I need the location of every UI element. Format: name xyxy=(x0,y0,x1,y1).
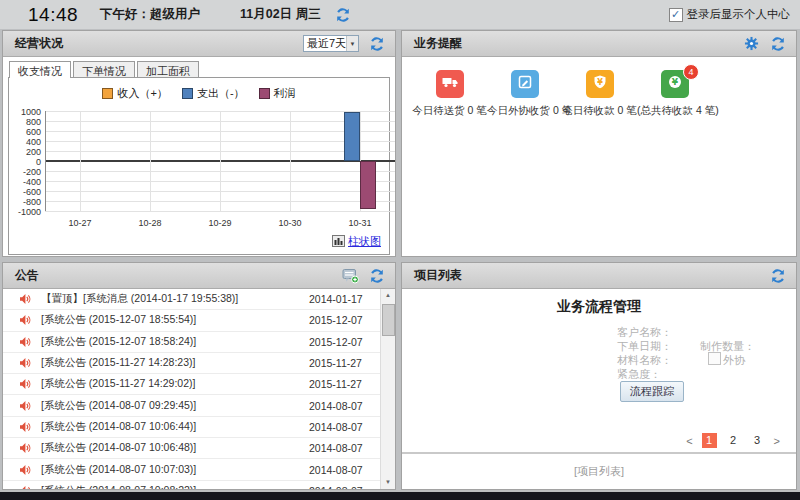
gridline xyxy=(150,111,151,211)
speaker-icon xyxy=(19,378,31,390)
announcement-row[interactable]: 【置顶】[系统消息 (2014-01-17 19:55:38)]2014-01-… xyxy=(3,289,381,310)
scrollbar-thumb[interactable] xyxy=(382,304,395,336)
page-button[interactable]: 3 xyxy=(750,433,765,448)
chart-bar xyxy=(360,161,376,209)
announcement-row[interactable]: [系统公告 (2014-08-07 10:07:03)]2014-08-07 xyxy=(3,459,381,480)
announcement-text: [系统公告 (2015-11-27 14:28:23)] xyxy=(41,356,309,370)
announcement-row[interactable]: [系统公告 (2015-11-27 14:28:23)]2015-11-27 xyxy=(3,353,381,374)
process-track-button[interactable]: 流程跟踪 xyxy=(620,381,684,402)
bar-chart-link[interactable]: 柱状图 xyxy=(332,234,381,249)
tab-收支情况[interactable]: 收支情况 xyxy=(9,61,71,78)
x-tick-label: 10-27 xyxy=(45,218,115,228)
x-tick-label: 10-30 xyxy=(255,218,325,228)
announcement-add-icon[interactable] xyxy=(342,267,359,284)
tab-下单情况[interactable]: 下单情况 xyxy=(73,61,135,78)
reminder-label: (总共待收款 4 笔) xyxy=(637,104,712,118)
legend-label: 利润 xyxy=(274,86,296,101)
announcement-text: [系统公告 (2014-08-07 10:06:44)] xyxy=(41,420,309,434)
gear-icon[interactable] xyxy=(743,35,760,52)
announcement-row[interactable]: [系统公告 (2015-11-27 14:29:02)]2015-11-27 xyxy=(3,374,381,395)
edit-icon xyxy=(517,74,533,94)
reminders-panel: 业务提醒 今日待送货 0 笔今日外协收货 0 笔¥今日待收款 0 笔¥4(总共待… xyxy=(401,30,797,257)
project-list-header: 项目列表 xyxy=(402,263,796,289)
announcement-row[interactable]: [系统公告 (2014-08-07 10:06:44)]2014-08-07 xyxy=(3,417,381,438)
reminder-tile[interactable] xyxy=(511,70,539,98)
announcement-date: 2014-08-07 xyxy=(309,421,381,433)
scrollbar[interactable]: ▲ ▼ xyxy=(380,289,395,489)
x-tick-label: 10-29 xyxy=(185,218,255,228)
speaker-icon xyxy=(19,400,31,412)
announcement-row[interactable]: [系统公告 (2014-08-07 10:08:22)]2014-08-07 xyxy=(3,481,381,489)
shield-yuan-icon: ¥ xyxy=(592,74,608,94)
y-tick-label: 1000 xyxy=(11,107,41,117)
project-list-content: 业务流程管理 客户名称： 下单日期： 制作数量： 材料名称： 外协 紧急度： 流… xyxy=(402,289,796,489)
barchart-icon xyxy=(332,235,345,249)
refresh-icon[interactable] xyxy=(368,35,385,52)
announcement-text: [系统公告 (2014-08-07 10:07:03)] xyxy=(41,463,309,477)
announcement-list: 【置顶】[系统消息 (2014-01-17 19:55:38)]2014-01-… xyxy=(3,289,381,489)
announcement-text: [系统公告 (2014-08-07 09:29:45)] xyxy=(41,399,309,413)
reminders-header: 业务提醒 xyxy=(402,31,796,57)
announcement-row[interactable]: [系统公告 (2014-08-07 09:29:45)]2014-08-07 xyxy=(3,395,381,416)
project-list-footer: [项目列表] xyxy=(402,464,796,479)
scroll-up-icon[interactable]: ▲ xyxy=(381,289,395,302)
top-bar: 14:48 下午好：超级用户 11月02日 周三 登录后显示个人中心 xyxy=(0,0,800,29)
y-axis-line xyxy=(45,111,46,211)
order-date-label: 下单日期： xyxy=(617,339,672,354)
date-text: 11月02日 周三 xyxy=(240,6,321,23)
truck-icon xyxy=(441,74,459,94)
outsource-checkbox[interactable] xyxy=(708,352,721,365)
panel-title: 公告 xyxy=(15,267,39,284)
tab-加工面积[interactable]: 加工面积 xyxy=(137,61,199,78)
business-status-panel: 经营状况 最近7天 ▼ 收支情况下单情况加工面积 收入（+）支出（-）利润 10… xyxy=(2,30,396,257)
announcement-date: 2015-12-07 xyxy=(309,314,381,326)
legend-item: 支出（-） xyxy=(182,86,245,101)
y-tick-label: -800 xyxy=(11,197,41,207)
reminder-item[interactable]: 今日待送货 0 笔 xyxy=(412,70,487,118)
speaker-icon xyxy=(19,464,31,476)
announcement-date: 2014-08-07 xyxy=(309,400,381,412)
page-button[interactable]: 2 xyxy=(726,433,741,448)
business-status-header: 经营状况 最近7天 ▼ xyxy=(3,31,395,57)
reminder-item[interactable]: ¥今日待收款 0 笔 xyxy=(562,70,637,118)
refresh-icon[interactable] xyxy=(368,267,385,284)
refresh-icon[interactable] xyxy=(769,267,786,284)
checkbox-checked-icon[interactable] xyxy=(669,8,683,22)
announcement-row[interactable]: [系统公告 (2014-08-07 10:06:48)]2014-08-07 xyxy=(3,438,381,459)
date-range-select[interactable]: 最近7天 ▼ xyxy=(303,35,359,52)
announcement-row[interactable]: [系统公告 (2015-12-07 18:55:54)]2015-12-07 xyxy=(3,310,381,331)
prev-page-button[interactable]: < xyxy=(686,435,692,447)
y-tick-label: -200 xyxy=(11,167,41,177)
badge-count: 4 xyxy=(683,64,699,80)
speaker-icon xyxy=(19,485,31,489)
announcement-row[interactable]: [系统公告 (2015-12-07 18:58:24)]2015-12-07 xyxy=(3,332,381,353)
project-list-panel: 项目列表 业务流程管理 客户名称： 下单日期： 制作数量： 材料名称： 外协 紧… xyxy=(401,262,797,490)
announcement-text: [系统公告 (2014-08-07 10:06:48)] xyxy=(41,441,309,455)
speaker-icon xyxy=(19,421,31,433)
y-tick-label: -600 xyxy=(11,187,41,197)
announcement-date: 2015-12-07 xyxy=(309,336,381,348)
gridline xyxy=(220,111,221,211)
speaker-icon xyxy=(19,442,31,454)
refresh-icon[interactable] xyxy=(335,6,352,23)
scroll-down-icon[interactable]: ▼ xyxy=(381,476,395,489)
svg-text:¥: ¥ xyxy=(671,77,678,87)
refresh-icon[interactable] xyxy=(769,35,786,52)
reminder-tile[interactable] xyxy=(436,70,464,98)
reminder-item[interactable]: ¥4(总共待收款 4 笔) xyxy=(637,70,712,118)
material-name-label: 材料名称： xyxy=(617,353,672,368)
speaker-icon xyxy=(19,293,31,305)
personal-center-label: 登录后显示个人中心 xyxy=(687,7,791,22)
outsource-label: 外协 xyxy=(723,353,745,368)
reminder-item[interactable]: 今日外协收货 0 笔 xyxy=(487,70,562,118)
reminders-content: 今日待送货 0 笔今日外协收货 0 笔¥今日待收款 0 笔¥4(总共待收款 4 … xyxy=(402,57,796,256)
panel-title: 经营状况 xyxy=(15,35,63,52)
legend-label: 支出（-） xyxy=(197,86,245,101)
pagination: <123> xyxy=(686,433,780,448)
page-button[interactable]: 1 xyxy=(702,433,717,448)
panel-title: 业务提醒 xyxy=(414,35,462,52)
reminder-tile[interactable]: ¥ xyxy=(586,70,614,98)
next-page-button[interactable]: > xyxy=(774,435,780,447)
chart-bar xyxy=(344,112,360,161)
personal-center-checkbox[interactable]: 登录后显示个人中心 xyxy=(669,7,791,22)
